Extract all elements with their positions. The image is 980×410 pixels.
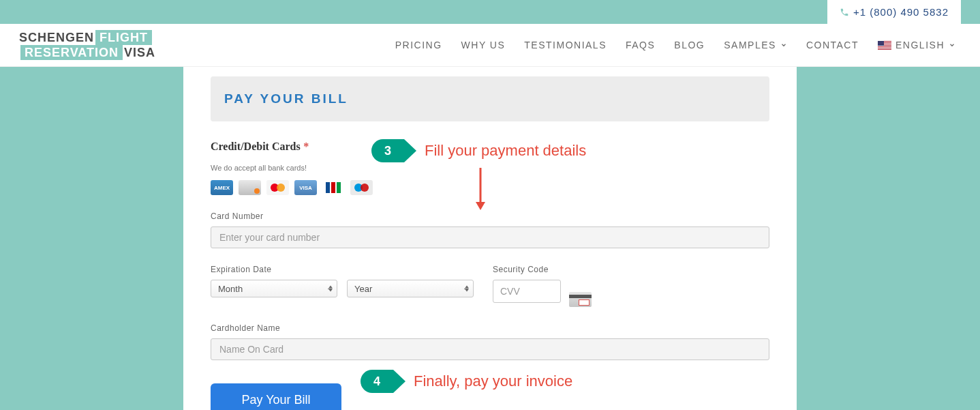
- mastercard-icon: [266, 180, 289, 195]
- security-code-label: Security Code: [493, 265, 592, 274]
- required-mark: *: [303, 141, 309, 152]
- cards-label: Credit/Debit Cards: [211, 141, 301, 152]
- card-number-label: Card Number: [211, 211, 769, 221]
- cardholder-label: Cardholder Name: [211, 323, 769, 333]
- nav-contact[interactable]: CONTACT: [806, 40, 859, 50]
- phone-icon: [840, 8, 849, 17]
- page-content: PAY YOUR BILL Credit/Debit Cards * We do…: [183, 67, 797, 410]
- section-heading: PAY YOUR BILL: [211, 76, 769, 121]
- site-logo[interactable]: SCHENGEN FLIGHT RESERVATION VISA: [19, 30, 155, 60]
- nav-faqs[interactable]: FAQS: [626, 40, 655, 50]
- jcb-icon: [322, 180, 345, 195]
- nav-testimonials[interactable]: TESTIMONIALS: [524, 40, 607, 50]
- arrow-down-icon: [473, 166, 488, 211]
- cardholder-input[interactable]: [211, 338, 769, 360]
- top-strip: +1 (800) 490 5832: [0, 0, 980, 24]
- nav-pricing[interactable]: PRICING: [395, 40, 442, 50]
- section-heading-text: PAY YOUR BILL: [224, 91, 756, 106]
- expiration-label: Expiration Date: [211, 265, 483, 274]
- pay-button[interactable]: Pay Your Bill: [211, 383, 341, 410]
- nav-language[interactable]: ENGLISH: [878, 40, 955, 50]
- nav-blog[interactable]: BLOG: [674, 40, 705, 50]
- logo-word-3: RESERVATION: [20, 45, 123, 60]
- chevron-down-icon: [949, 42, 955, 48]
- nav-language-label: ENGLISH: [895, 40, 945, 50]
- chevron-down-icon: [780, 42, 787, 48]
- visa-icon: VISA: [294, 180, 317, 195]
- logo-word-1: SCHENGEN: [19, 31, 94, 44]
- maestro-icon: [350, 180, 373, 195]
- logo-word-2: FLIGHT: [95, 30, 152, 45]
- nav-links: PRICING WHY US TESTIMONIALS FAQS BLOG SA…: [395, 40, 955, 50]
- exp-year-select[interactable]: Year: [347, 280, 474, 297]
- exp-month-select[interactable]: Month: [211, 280, 337, 297]
- nav-samples-label: SAMPLES: [724, 40, 776, 50]
- nav-whyus[interactable]: WHY US: [461, 40, 506, 50]
- svg-marker-1: [476, 202, 485, 210]
- logo-word-4: VISA: [124, 46, 155, 59]
- amex-icon: AMEX: [211, 180, 233, 195]
- accept-note: We do accept all bank cards!: [211, 164, 769, 172]
- nav-bar: SCHENGEN FLIGHT RESERVATION VISA PRICING…: [0, 24, 980, 67]
- cvv-input[interactable]: [493, 280, 561, 303]
- phone-number: +1 (800) 490 5832: [853, 6, 949, 18]
- card-number-input[interactable]: [211, 226, 769, 248]
- cvv-card-icon: [569, 292, 592, 307]
- payment-form: Credit/Debit Cards * We do accept all ba…: [183, 121, 797, 410]
- nav-samples[interactable]: SAMPLES: [724, 40, 787, 50]
- card-brand-icons: AMEX VISA: [211, 180, 769, 195]
- phone-link[interactable]: +1 (800) 490 5832: [827, 0, 961, 24]
- flag-us-icon: [878, 41, 891, 50]
- discover-icon: [239, 180, 261, 195]
